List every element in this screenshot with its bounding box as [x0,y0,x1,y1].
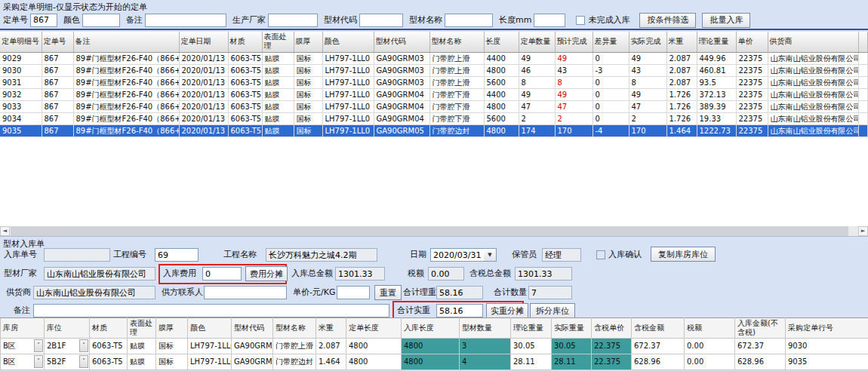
date-dropdown-button[interactable]: ▼ [484,248,497,262]
cell[interactable]: 89#门框型材F26-F40（866+867） [73,112,179,124]
cell[interactable]: 89#门框型材F26-F40（866+867） [73,88,179,100]
cell[interactable]: 867 [42,76,73,88]
cell[interactable]: 0 [593,112,629,124]
table-row[interactable]: 903186789#门框型材F26-F40（866+867）2020/01/13… [0,76,868,88]
cell[interactable]: 6063-T5 [90,354,128,370]
cell[interactable]: GA90GRM04 [374,88,429,100]
cell[interactable]: GA90GRM04 [374,112,429,124]
cell[interactable]: 贴膜 [262,52,294,64]
cell[interactable]: LH797-1LL0 [322,100,374,112]
column-header[interactable]: 入库长度 [402,318,460,339]
cell[interactable]: 9032 [0,88,42,100]
column-header[interactable]: 理论重量 [511,318,552,339]
column-header[interactable]: 库位 [45,318,90,339]
cell[interactable]: 460.81 [697,64,736,76]
cell[interactable]: 2.087 [666,76,697,88]
cell[interactable]: 1.464 [666,124,697,136]
cell[interactable]: GA90GRM03 [232,339,273,354]
cell[interactable]: 门带腔上滑 [429,52,484,64]
cell[interactable]: 门带腔上滑 [273,339,316,354]
cell[interactable]: 国标 [294,124,322,136]
table-row[interactable]: 903086789#门框型材F26-F40（866+867）2020/01/13… [0,64,868,76]
cell[interactable]: 国标 [294,112,322,124]
cell[interactable]: 389.39 [697,100,736,112]
combo-dropdown-icon[interactable]: ˅ [34,355,43,368]
cell[interactable]: 372.13 [697,88,736,100]
cell[interactable]: -4 [593,124,629,136]
column-header[interactable]: 实际重量 [552,318,592,339]
cell[interactable]: GA90GRM05 [232,354,273,370]
column-header[interactable]: 膜厚 [294,32,322,52]
combo-dropdown-icon[interactable]: ˅ [79,339,88,352]
scrollbar-thumb[interactable] [11,226,848,236]
cell[interactable]: 2.087 [666,64,697,76]
column-header[interactable]: 型材名称 [273,318,316,339]
actual-share-button[interactable]: 实重分摊 [486,303,528,318]
table-row[interactable]: 902986789#门框型材F26-F40（866+867）2020/01/13… [0,52,868,64]
fee-field[interactable] [202,267,242,281]
cell[interactable]: GA90GRM05 [374,124,429,136]
cell[interactable]: 0 [593,52,629,64]
copy-warehouse-button[interactable]: 复制库房库位 [651,247,716,262]
cell[interactable]: 449.96 [697,52,736,64]
column-header[interactable]: 米重 [666,32,697,52]
total-theory-field[interactable] [436,286,483,299]
cell[interactable]: 22375 [736,64,768,76]
reset-button[interactable]: 重置 [374,285,402,300]
actual-total-field[interactable] [436,304,483,317]
cell[interactable]: 门带腔边封 [273,354,316,370]
cell[interactable]: 2020/01/13 [179,124,228,136]
cell[interactable]: 门带腔上滑 [429,64,484,76]
cell[interactable]: 门带腔下滑 [429,112,484,124]
cell[interactable]: 6063-T5 [228,88,262,100]
cell[interactable]: LH797-1LL0 [322,64,374,76]
cell[interactable]: 3 [460,339,511,354]
cell[interactable]: 9029 [0,52,42,64]
cell[interactable]: 贴膜 [262,100,294,112]
cell[interactable]: LH797-1LL0 [322,76,374,88]
cell[interactable]: 4800 [484,64,519,76]
cell[interactable]: ˅5B2F [45,354,90,370]
column-header[interactable]: 定单号 [42,32,73,52]
column-header[interactable]: 表面处理 [128,318,156,339]
cell[interactable]: 贴膜 [128,339,156,354]
cell[interactable]: 89#门框型材F26-F40（866+867） [73,64,179,76]
profile-code-input[interactable] [359,14,403,27]
column-header[interactable]: 定单长度 [346,318,402,339]
cell[interactable]: 4800 [346,339,402,354]
cell[interactable]: 4800 [402,339,460,354]
cell[interactable]: 山东南山铝业股份有限公司 [768,112,858,124]
cell[interactable]: 170 [555,124,593,136]
cell[interactable]: 47 [555,100,593,112]
cell[interactable]: 43 [629,64,666,76]
cell[interactable]: 山东南山铝业股份有限公司 [768,88,858,100]
cell[interactable]: 2.087 [316,339,346,354]
total-qty-field[interactable] [528,286,572,299]
cell[interactable]: 672.37 [735,339,786,354]
cell[interactable]: 2020/01/13 [179,52,228,64]
column-header[interactable]: 长度 [484,32,519,52]
table-row[interactable]: 903586789#门框型材F26-F40（866+867）2020/01/13… [0,124,868,136]
total-amount-field[interactable] [335,267,385,281]
column-header[interactable]: 表面处理 [262,32,294,52]
cell[interactable]: GA90GRM03 [374,52,429,64]
unit-price-field[interactable] [337,286,370,299]
cell[interactable]: 22375 [736,76,768,88]
cell[interactable]: 43 [555,64,593,76]
cell[interactable]: 4 [460,354,511,370]
scroll-left-button[interactable]: ◄ [0,226,10,236]
supplier-field[interactable] [33,286,155,299]
cell[interactable]: LH797-1LL0 [322,124,374,136]
cell[interactable]: 贴膜 [128,354,156,370]
cell[interactable]: 国标 [156,339,188,354]
column-header[interactable]: 税额 [685,318,735,339]
column-header[interactable]: 采购定单行号 [786,318,868,339]
cell[interactable]: 46 [519,64,555,76]
cell[interactable]: GA90GRM03 [374,64,429,76]
cell[interactable]: 2020/01/13 [179,88,228,100]
profile-name-input[interactable] [445,14,493,27]
cell[interactable]: 1222.73 [697,124,736,136]
remark-input[interactable] [145,14,226,27]
cell[interactable]: 49 [519,88,555,100]
cell[interactable]: 0.00 [685,354,735,370]
